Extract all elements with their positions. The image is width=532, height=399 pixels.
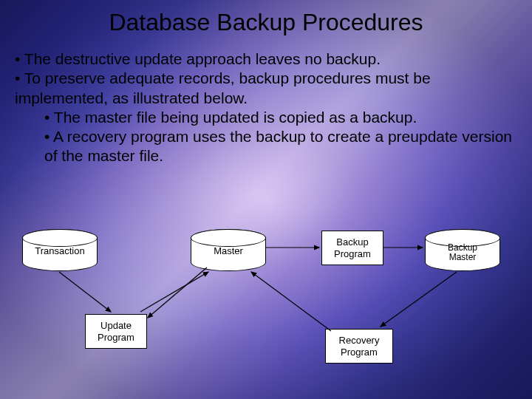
backup-program-label: BackupProgram	[334, 236, 371, 259]
sub-bullet-1-text: The master file being updated is copied …	[54, 109, 417, 126]
svg-line-6	[251, 272, 331, 331]
bullet-list: • The destructive update approach leaves…	[0, 36, 532, 166]
slide-title: Database Backup Procedures	[0, 0, 532, 36]
recovery-program-label: RecoveryProgram	[339, 335, 380, 358]
recovery-program-box: RecoveryProgram	[325, 329, 393, 364]
bullet-1: • The destructive update approach leaves…	[15, 50, 519, 69]
bullet-2-text: To preserve adequate records, backup pro…	[15, 69, 431, 106]
sub-bullet-2: • A recovery program uses the backup to …	[15, 127, 519, 166]
bullet-1-text: The destructive update approach leaves n…	[24, 50, 381, 67]
backup-program-box: BackupProgram	[321, 231, 383, 265]
svg-line-5	[381, 272, 457, 327]
svg-line-2	[140, 272, 208, 312]
flow-diagram: Transaction Master BackupProgram BackupM…	[15, 214, 517, 384]
transaction-label: Transaction	[23, 246, 97, 256]
sub-bullet-1: • The master file being updated is copie…	[15, 108, 519, 127]
update-program-box: UpdateProgram	[85, 314, 147, 349]
transaction-cylinder: Transaction	[22, 229, 98, 271]
master-cylinder: Master	[191, 229, 266, 271]
backup-master-label: BackupMaster	[426, 243, 499, 262]
update-program-label: UpdateProgram	[98, 320, 134, 343]
backup-master-cylinder: BackupMaster	[425, 229, 500, 271]
sub-bullet-2-text: A recovery program uses the backup to cr…	[44, 128, 512, 164]
master-label: Master	[191, 246, 265, 256]
bullet-2: • To preserve adequate records, backup p…	[15, 69, 519, 108]
svg-line-0	[59, 272, 111, 312]
svg-line-1	[148, 267, 207, 318]
